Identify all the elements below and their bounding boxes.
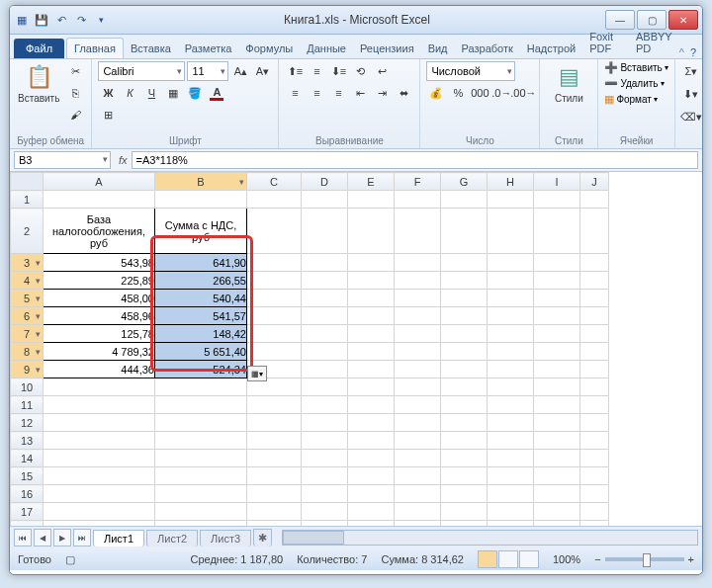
- zoom-in-icon[interactable]: +: [688, 553, 694, 565]
- cell[interactable]: [247, 307, 302, 325]
- cell[interactable]: [395, 191, 441, 209]
- cell[interactable]: [302, 325, 348, 343]
- insert-cell-icon[interactable]: ➕: [604, 61, 618, 74]
- cell[interactable]: [488, 396, 534, 414]
- row-header[interactable]: 4: [11, 272, 44, 290]
- cell[interactable]: [534, 325, 580, 343]
- cell[interactable]: [155, 414, 247, 432]
- cell[interactable]: [580, 414, 609, 432]
- cell[interactable]: [580, 290, 609, 307]
- row-header[interactable]: 17: [11, 503, 44, 521]
- cell[interactable]: [302, 485, 348, 503]
- cell[interactable]: [441, 272, 488, 290]
- cell[interactable]: [348, 307, 395, 325]
- cell[interactable]: [580, 361, 609, 378]
- cell[interactable]: [488, 432, 534, 450]
- tab-view[interactable]: Вид: [421, 39, 455, 58]
- cell[interactable]: [247, 521, 302, 527]
- cell[interactable]: [395, 378, 441, 396]
- cell[interactable]: [247, 191, 302, 209]
- cell[interactable]: [302, 450, 348, 467]
- row-header[interactable]: 15: [11, 467, 44, 485]
- increase-decimal-icon[interactable]: .0→: [491, 83, 511, 103]
- column-header[interactable]: F: [395, 173, 441, 191]
- cell[interactable]: [247, 503, 302, 521]
- cell[interactable]: [441, 378, 488, 396]
- number-format-select[interactable]: Числовой: [426, 61, 515, 81]
- cell[interactable]: [155, 503, 247, 521]
- cell[interactable]: [247, 343, 302, 361]
- cell[interactable]: [580, 432, 609, 450]
- cell[interactable]: [44, 396, 155, 414]
- help-icon[interactable]: ?: [690, 46, 696, 58]
- cell[interactable]: 524,34: [155, 361, 247, 378]
- cell[interactable]: [348, 378, 395, 396]
- cell[interactable]: [441, 414, 488, 432]
- cell[interactable]: 641,90: [155, 254, 247, 272]
- column-header[interactable]: H: [488, 173, 534, 191]
- wrap-text-icon[interactable]: ↩: [372, 61, 392, 81]
- cell[interactable]: [395, 361, 441, 378]
- cell[interactable]: [534, 396, 580, 414]
- cell[interactable]: 125,78: [44, 325, 155, 343]
- cell[interactable]: [44, 521, 155, 527]
- row-header[interactable]: 10: [11, 378, 44, 396]
- cell[interactable]: [580, 396, 609, 414]
- new-sheet-icon[interactable]: ✱: [253, 529, 272, 546]
- cell[interactable]: [44, 432, 155, 450]
- cell[interactable]: [441, 432, 488, 450]
- cell[interactable]: [488, 325, 534, 343]
- cell[interactable]: [302, 361, 348, 378]
- row-header[interactable]: 7: [11, 325, 44, 343]
- cell[interactable]: [302, 290, 348, 307]
- cell[interactable]: [395, 290, 441, 307]
- cell[interactable]: 444,36: [44, 361, 155, 378]
- tab-data[interactable]: Данные: [300, 39, 353, 58]
- cell[interactable]: [580, 467, 609, 485]
- cell[interactable]: [302, 254, 348, 272]
- cell[interactable]: [580, 485, 609, 503]
- cell[interactable]: 148,42: [155, 325, 247, 343]
- cell[interactable]: [534, 485, 580, 503]
- fill-color-button[interactable]: 🪣: [185, 83, 205, 103]
- cell[interactable]: [580, 521, 609, 527]
- worksheet[interactable]: ABCDEFGHIJ12База налогообложения, рубСум…: [10, 172, 702, 526]
- select-all-corner[interactable]: [11, 173, 44, 191]
- fx-icon[interactable]: fx: [115, 154, 132, 166]
- row-header[interactable]: 6: [11, 307, 44, 325]
- ribbon-min-icon[interactable]: ^: [679, 46, 684, 58]
- cell[interactable]: [395, 503, 441, 521]
- autosum-icon[interactable]: Σ▾: [681, 61, 701, 81]
- macro-record-icon[interactable]: ▢: [65, 553, 75, 566]
- cell[interactable]: [348, 432, 395, 450]
- cell[interactable]: [395, 450, 441, 467]
- borders-bottom-icon[interactable]: ⊞: [98, 105, 118, 125]
- cell[interactable]: [348, 521, 395, 527]
- tab-abbyy[interactable]: ABBYY PD: [629, 27, 679, 58]
- cell[interactable]: [302, 191, 348, 209]
- cell[interactable]: [44, 450, 155, 467]
- cell[interactable]: [247, 432, 302, 450]
- column-header[interactable]: J: [580, 173, 609, 191]
- cell[interactable]: [348, 450, 395, 467]
- cell[interactable]: [441, 521, 488, 527]
- cell[interactable]: [302, 396, 348, 414]
- redo-icon[interactable]: ↷: [73, 12, 89, 28]
- cut-button[interactable]: ✂: [65, 61, 85, 81]
- align-top-icon[interactable]: ⬆≡: [285, 61, 305, 81]
- font-color-button[interactable]: A: [207, 83, 226, 103]
- cell[interactable]: [441, 361, 488, 378]
- cell[interactable]: [441, 307, 488, 325]
- cell[interactable]: [348, 414, 395, 432]
- font-size-select[interactable]: 11: [187, 61, 228, 81]
- column-header[interactable]: I: [534, 173, 580, 191]
- cell[interactable]: [155, 378, 247, 396]
- cell[interactable]: [488, 209, 534, 254]
- row-header[interactable]: 8: [11, 343, 44, 361]
- cell[interactable]: [155, 485, 247, 503]
- delete-cell-icon[interactable]: ➖: [604, 77, 618, 90]
- cell[interactable]: [302, 521, 348, 527]
- tab-review[interactable]: Рецензиия: [353, 39, 421, 58]
- orientation-icon[interactable]: ⟲: [350, 61, 370, 81]
- cell[interactable]: [488, 361, 534, 378]
